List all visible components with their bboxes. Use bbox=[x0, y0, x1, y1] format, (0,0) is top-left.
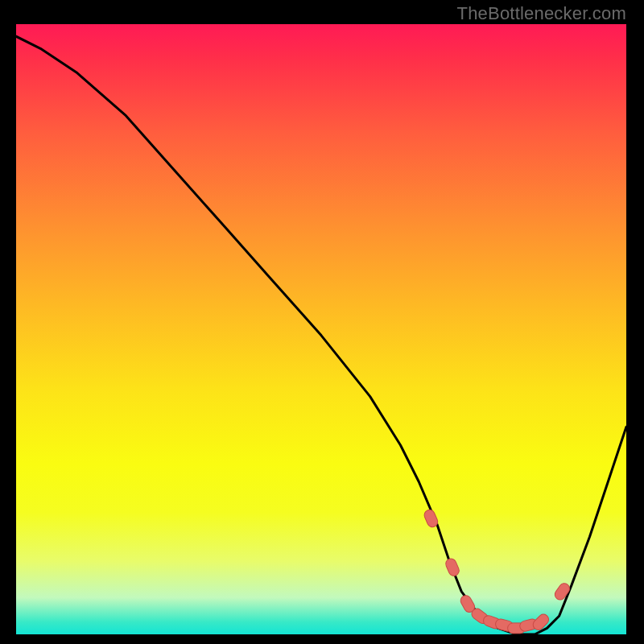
optimum-markers bbox=[423, 508, 572, 634]
chart-frame bbox=[16, 24, 626, 634]
chart-svg bbox=[16, 24, 626, 634]
optimum-marker bbox=[553, 581, 572, 601]
watermark-text: TheBottlenecker.com bbox=[457, 3, 626, 24]
bottleneck-curve bbox=[16, 36, 626, 634]
optimum-marker bbox=[444, 557, 461, 577]
